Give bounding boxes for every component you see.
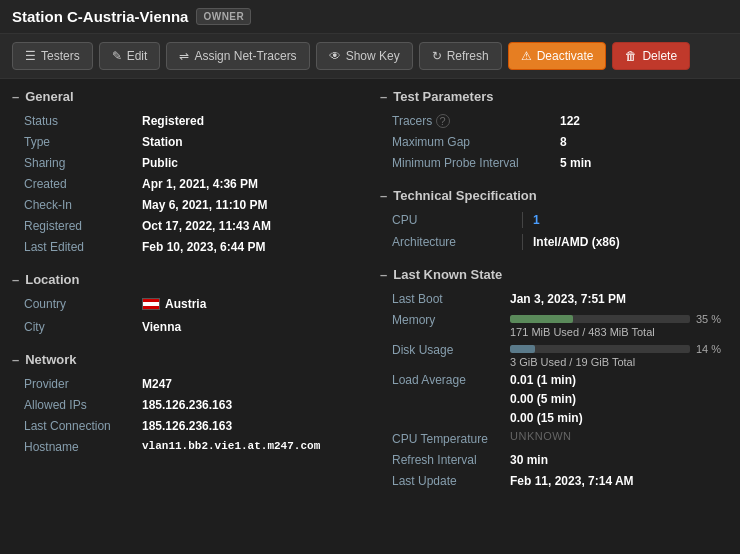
hostname-label: Hostname <box>24 438 134 456</box>
refresh-icon: ↻ <box>432 49 442 63</box>
provider-label: Provider <box>24 375 134 393</box>
disk-progress: 14 % <box>510 343 728 355</box>
memory-progress-bg <box>510 315 690 323</box>
arch-divider <box>522 234 523 250</box>
type-value: Station <box>142 133 360 151</box>
status-label: Status <box>24 112 134 130</box>
tech-spec-grid: CPU 1 Architecture Intel/AMD (x86) <box>380 211 728 251</box>
cpu-value: 1 <box>533 211 540 229</box>
sharing-value: Public <box>142 154 360 172</box>
cpu-temp-value: UNKNOWN <box>510 430 728 448</box>
tracers-icon: ⇌ <box>179 49 189 63</box>
max-gap-label: Maximum Gap <box>392 133 552 151</box>
last-known-state-grid: Last Boot Jan 3, 2023, 7:51 PM Memory 35… <box>380 290 728 490</box>
location-section: Location Country Austria City Vienna <box>12 272 360 336</box>
general-section-title: General <box>12 89 360 104</box>
memory-label: Memory <box>392 311 502 338</box>
arch-value: Intel/AMD (x86) <box>533 233 620 251</box>
hostname-value: vlan11.bb2.vie1.at.m247.com <box>142 438 360 456</box>
status-value: Registered <box>142 112 360 130</box>
network-section-title: Network <box>12 352 360 367</box>
test-params-grid: Tracers ? 122 Maximum Gap 8 Minimum Prob… <box>380 112 728 172</box>
show-key-button[interactable]: 👁 Show Key <box>316 42 413 70</box>
last-connection-label: Last Connection <box>24 417 134 435</box>
right-column: Test Parameters Tracers ? 122 Maximum Ga… <box>380 89 728 506</box>
sharing-label: Sharing <box>24 154 134 172</box>
min-probe-label: Minimum Probe Interval <box>392 154 552 172</box>
registered-value: Oct 17, 2022, 11:43 AM <box>142 217 360 235</box>
memory-progress: 35 % <box>510 313 728 325</box>
refresh-interval-value: 30 min <box>510 451 728 469</box>
created-value: Apr 1, 2021, 4:36 PM <box>142 175 360 193</box>
checkin-label: Check-In <box>24 196 134 214</box>
test-params-title: Test Parameters <box>380 89 728 104</box>
country-flag: Austria <box>142 297 206 311</box>
load-avg-5min: 0.00 (5 min) <box>510 390 728 408</box>
network-section: Network Provider M247 Allowed IPs 185.12… <box>12 352 360 456</box>
pencil-icon: ✎ <box>112 49 122 63</box>
load-avg-value: 0.01 (1 min) 0.00 (5 min) 0.00 (15 min) <box>510 371 728 427</box>
disk-usage-label: Disk Usage <box>392 341 502 368</box>
load-avg-label: Load Average <box>392 371 502 427</box>
city-label: City <box>24 318 134 336</box>
arch-row: Architecture Intel/AMD (x86) <box>392 233 728 251</box>
allowed-ips-value: 185.126.236.163 <box>142 396 360 414</box>
load-avg-15min: 0.00 (15 min) <box>510 409 728 427</box>
max-gap-value: 8 <box>560 133 728 151</box>
location-section-title: Location <box>12 272 360 287</box>
tracers-help-icon[interactable]: ? <box>436 114 450 128</box>
deactivate-button[interactable]: ⚠ Deactivate <box>508 42 607 70</box>
disk-detail: 3 GiB Used / 19 GiB Total <box>510 356 728 368</box>
cpu-label: CPU <box>392 211 512 229</box>
checkin-value: May 6, 2021, 11:10 PM <box>142 196 360 214</box>
min-probe-value: 5 min <box>560 154 728 172</box>
tech-spec-title: Technical Specification <box>380 188 728 203</box>
owner-badge: OWNER <box>196 8 251 25</box>
last-known-state-section: Last Known State Last Boot Jan 3, 2023, … <box>380 267 728 490</box>
last-edited-value: Feb 10, 2023, 6:44 PM <box>142 238 360 256</box>
country-value: Austria <box>142 295 360 315</box>
last-update-label: Last Update <box>392 472 502 490</box>
disk-usage-value: 14 % 3 GiB Used / 19 GiB Total <box>510 341 728 368</box>
country-label: Country <box>24 295 134 315</box>
load-avg-1min: 0.01 (1 min) <box>510 371 728 389</box>
list-icon: ☰ <box>25 49 36 63</box>
memory-pct: 35 % <box>696 313 726 325</box>
warning-icon: ⚠ <box>521 49 532 63</box>
registered-label: Registered <box>24 217 134 235</box>
type-label: Type <box>24 133 134 151</box>
created-label: Created <box>24 175 134 193</box>
assign-net-tracers-button[interactable]: ⇌ Assign Net-Tracers <box>166 42 309 70</box>
edit-button[interactable]: ✎ Edit <box>99 42 161 70</box>
refresh-button[interactable]: ↻ Refresh <box>419 42 502 70</box>
delete-button[interactable]: 🗑 Delete <box>612 42 690 70</box>
disk-progress-bg <box>510 345 690 353</box>
disk-progress-fill <box>510 345 535 353</box>
last-update-value: Feb 11, 2023, 7:14 AM <box>510 472 728 490</box>
tracers-value: 122 <box>560 112 728 130</box>
main-content: General Status Registered Type Station S… <box>0 79 740 516</box>
general-section: General Status Registered Type Station S… <box>12 89 360 256</box>
last-boot-label: Last Boot <box>392 290 502 308</box>
location-info-grid: Country Austria City Vienna <box>12 295 360 336</box>
refresh-interval-label: Refresh Interval <box>392 451 502 469</box>
last-boot-value: Jan 3, 2023, 7:51 PM <box>510 290 728 308</box>
toolbar: ☰ Testers ✎ Edit ⇌ Assign Net-Tracers 👁 … <box>0 34 740 79</box>
general-info-grid: Status Registered Type Station Sharing P… <box>12 112 360 256</box>
tech-spec-section: Technical Specification CPU 1 Architectu… <box>380 188 728 251</box>
network-info-grid: Provider M247 Allowed IPs 185.126.236.16… <box>12 375 360 456</box>
provider-value: M247 <box>142 375 360 393</box>
allowed-ips-label: Allowed IPs <box>24 396 134 414</box>
eye-icon: 👁 <box>329 49 341 63</box>
last-known-state-title: Last Known State <box>380 267 728 282</box>
page-header: Station C-Austria-Vienna OWNER <box>0 0 740 34</box>
city-value: Vienna <box>142 318 360 336</box>
last-connection-value: 185.126.236.163 <box>142 417 360 435</box>
disk-pct: 14 % <box>696 343 726 355</box>
memory-detail: 171 MiB Used / 483 MiB Total <box>510 326 728 338</box>
testers-button[interactable]: ☰ Testers <box>12 42 93 70</box>
test-params-section: Test Parameters Tracers ? 122 Maximum Ga… <box>380 89 728 172</box>
left-column: General Status Registered Type Station S… <box>12 89 360 506</box>
memory-progress-fill <box>510 315 573 323</box>
trash-icon: 🗑 <box>625 49 637 63</box>
